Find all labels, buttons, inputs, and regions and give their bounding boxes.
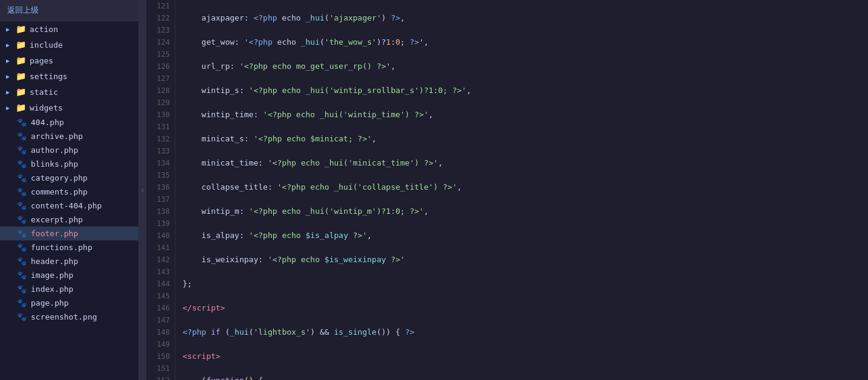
file-icon: 🐾 [17, 271, 28, 280]
file-label: 404.php [31, 118, 64, 127]
file-label: page.php [31, 298, 69, 308]
file-label: content-404.php [31, 201, 102, 210]
file-header[interactable]: 🐾 header.php [0, 254, 138, 268]
file-label: functions.php [31, 243, 92, 252]
file-icon: 🐾 [17, 243, 28, 252]
file-label: screenshot.png [31, 312, 97, 321]
file-comments[interactable]: 🐾 comments.php [0, 185, 138, 199]
code-area: 121122123124125 126127128129130 13113213… [146, 0, 868, 380]
folder-icon: 📁 [16, 24, 27, 34]
folder-label: include [30, 40, 63, 50]
code-editor[interactable]: 121122123124125 126127128129130 13113213… [146, 0, 868, 380]
file-author[interactable]: 🐾 author.php [0, 143, 138, 157]
file-label: header.php [31, 257, 78, 266]
file-label: author.php [31, 146, 78, 155]
code-line-122: get_wow: '<?php echo _hui('the_wow_s')?1… [183, 36, 868, 48]
folder-action[interactable]: ▶ 📁 action [0, 21, 138, 37]
file-label: comments.php [31, 187, 88, 196]
chevron-right-icon: ▶ [6, 105, 15, 111]
file-index[interactable]: 🐾 index.php [0, 282, 138, 296]
chevron-right-icon: ▶ [6, 73, 15, 80]
folder-label: pages [30, 56, 53, 65]
file-icon: 🐾 [17, 257, 28, 266]
sidebar: 返回上级 ▶ 📁 action ▶ 📁 include ▶ 📁 pages ▶ … [0, 0, 139, 380]
file-label: category.php [31, 173, 88, 182]
file-screenshot[interactable]: 🐾 screenshot.png [0, 310, 138, 324]
file-blinks[interactable]: 🐾 blinks.php [0, 157, 138, 171]
code-line-124: wintip_s: '<?php echo _hui('wintip_sroll… [183, 85, 868, 97]
code-line-131: is_weixinpay: '<?php echo $is_weixinpay … [183, 254, 868, 266]
code-line-133: </script> [183, 302, 868, 314]
folder-label: widgets [30, 103, 63, 112]
code-line-127: minicat_time: '<?php echo _hui('minicat_… [183, 157, 868, 169]
chevron-right-icon: ▶ [6, 26, 15, 33]
file-icon: 🐾 [17, 285, 28, 294]
file-icon: 🐾 [17, 159, 28, 169]
chevron-right-icon: ▶ [6, 57, 15, 64]
code-line-134: <?php if (_hui('lightbox_s') && is_singl… [183, 326, 868, 338]
file-label: blinks.php [31, 159, 78, 169]
file-icon: 🐾 [17, 312, 28, 321]
code-line-136: (function() { [183, 375, 868, 380]
file-icon: 🐾 [17, 146, 28, 155]
file-label: footer.php [31, 229, 78, 238]
folder-label: action [30, 25, 58, 34]
file-icon: 🐾 [17, 201, 28, 210]
folder-static[interactable]: ▶ 📁 static [0, 84, 138, 100]
chevron-right-icon: ▶ [6, 42, 15, 48]
file-category[interactable]: 🐾 category.php [0, 171, 138, 185]
file-icon: 🐾 [17, 132, 28, 141]
file-excerpt[interactable]: 🐾 excerpt.php [0, 213, 138, 227]
file-icon: 🐾 [17, 215, 28, 224]
file-content-404[interactable]: 🐾 content-404.php [0, 199, 138, 213]
file-icon: 🐾 [17, 187, 28, 196]
folder-icon: 📁 [16, 71, 27, 81]
file-label: index.php [31, 285, 73, 294]
code-line-129: wintip_m: '<?php echo _hui('wintip_m')?1… [183, 205, 868, 217]
code-content: ajaxpager: <?php echo _hui('ajaxpager') … [175, 0, 868, 380]
folder-icon: 📁 [16, 40, 27, 50]
file-page[interactable]: 🐾 page.php [0, 296, 138, 310]
folder-label: static [30, 88, 58, 97]
file-icon: 🐾 [17, 229, 28, 238]
chevron-right-icon: ▶ [6, 89, 15, 95]
file-footer[interactable]: 🐾 footer.php [0, 227, 138, 240]
file-label: image.php [31, 271, 73, 280]
code-line-130: is_alpay: '<?php echo $is_alpay ?>', [183, 230, 868, 242]
line-numbers: 121122123124125 126127128129130 13113213… [146, 0, 175, 380]
sidebar-collapse-handle[interactable]: ‹ [139, 0, 146, 380]
folder-widgets[interactable]: ▶ 📁 widgets [0, 100, 138, 115]
folder-icon: 📁 [16, 56, 27, 65]
code-line-123: url_rp: '<?php echo mo_get_user_rp() ?>'… [183, 60, 868, 72]
code-line-128: collapse_title: '<?php echo _hui('collap… [183, 181, 868, 193]
file-icon: 🐾 [17, 118, 28, 127]
folder-icon: 📁 [16, 103, 27, 112]
file-image[interactable]: 🐾 image.php [0, 268, 138, 282]
folder-label: settings [30, 72, 68, 81]
file-label: excerpt.php [31, 215, 83, 224]
file-icon: 🐾 [17, 173, 28, 182]
code-line-126: minicat_s: '<?php echo $minicat; ?>', [183, 133, 868, 145]
code-line-135: <script> [183, 350, 868, 362]
file-label: archive.php [31, 132, 83, 141]
folder-settings[interactable]: ▶ 📁 settings [0, 68, 138, 84]
folder-include[interactable]: ▶ 📁 include [0, 37, 138, 53]
file-functions[interactable]: 🐾 functions.php [0, 240, 138, 254]
folder-pages[interactable]: ▶ 📁 pages [0, 53, 138, 68]
code-line-125: wintip_time: '<?php echo _hui('wintip_ti… [183, 109, 868, 121]
code-line-132: }; [183, 278, 868, 290]
folder-icon: 📁 [16, 87, 27, 97]
file-404[interactable]: 🐾 404.php [0, 115, 138, 129]
file-icon: 🐾 [17, 298, 28, 308]
back-nav[interactable]: 返回上级 [0, 0, 138, 21]
code-line-121: ajaxpager: <?php echo _hui('ajaxpager') … [183, 12, 868, 24]
file-archive[interactable]: 🐾 archive.php [0, 129, 138, 143]
chevron-left-icon: ‹ [140, 184, 146, 196]
